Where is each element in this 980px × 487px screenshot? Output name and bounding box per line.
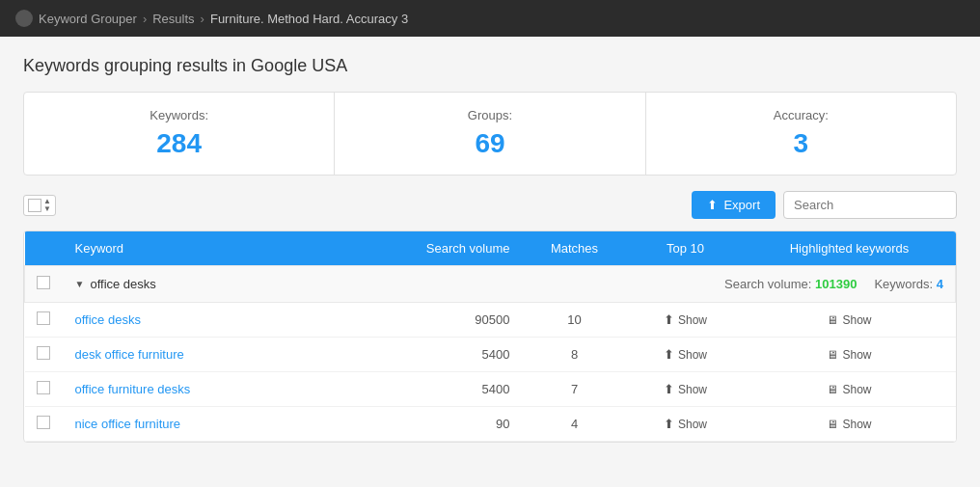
row-volume: 5400: [396, 372, 522, 407]
row-hl-show-btn[interactable]: 🖥 Show: [827, 313, 871, 327]
screen-icon: 🖥: [827, 383, 838, 396]
row-hl-show-label: Show: [842, 383, 871, 396]
group-sv-value: 101390: [815, 277, 857, 291]
row-checkbox-cell[interactable]: [25, 372, 64, 407]
group-checkbox-cell[interactable]: [25, 266, 64, 303]
stat-keywords-value: 284: [24, 128, 334, 159]
screen-icon: 🖥: [827, 348, 838, 362]
row-volume: 90500: [396, 303, 522, 338]
row-top10-cell: ⬆ Show: [628, 407, 744, 442]
row-checkbox[interactable]: [37, 311, 50, 325]
row-keyword-cell: office furniture desks: [64, 372, 396, 407]
page-title: Keywords grouping results in Google USA: [23, 56, 957, 76]
table-header: Keyword Search volume Matches Top 10 Hig…: [25, 231, 956, 266]
group-row: ▼ office desks Search volume: 101390 Key…: [25, 266, 956, 303]
row-keyword-link[interactable]: desk office furniture: [75, 347, 184, 362]
row-top10-show-label: Show: [678, 418, 707, 431]
row-top10-show-label: Show: [678, 383, 707, 396]
row-keyword-cell: office desks: [64, 303, 396, 338]
select-all-checkbox[interactable]: ▲ ▼: [23, 195, 56, 216]
stat-accuracy-label: Accuracy:: [646, 108, 956, 122]
upload-icon: ⬆: [664, 312, 674, 327]
breadcrumb-sep-1: ›: [143, 12, 147, 26]
results-table: Keyword Search volume Matches Top 10 Hig…: [24, 231, 956, 442]
row-top10-show-label: Show: [678, 313, 707, 327]
row-top10-show-btn[interactable]: ⬆ Show: [664, 312, 707, 327]
row-hl-cell: 🖥 Show: [744, 303, 956, 338]
group-checkbox[interactable]: [37, 276, 50, 289]
brand-dot: [15, 10, 33, 27]
upload-icon: ⬆: [664, 382, 674, 396]
row-checkbox[interactable]: [37, 381, 50, 394]
group-sv-label: Search volume:: [724, 277, 811, 291]
row-volume: 90: [396, 407, 522, 442]
th-highlighted: Highlighted keywords: [744, 231, 956, 266]
table-row: office desks 90500 10 ⬆ Show 🖥 Show: [25, 303, 956, 338]
screen-icon: 🖥: [827, 418, 838, 431]
th-matches: Matches: [522, 231, 628, 266]
row-keyword-cell: desk office furniture: [64, 338, 396, 372]
row-hl-show-label: Show: [842, 418, 871, 431]
row-top10-show-btn[interactable]: ⬆ Show: [664, 417, 707, 431]
row-matches: 10: [522, 303, 628, 338]
row-hl-show-btn[interactable]: 🖥 Show: [827, 383, 871, 396]
toolbar-right: ⬆ Export: [692, 191, 957, 219]
th-keyword: Keyword: [64, 231, 396, 266]
group-kw-label: Keywords:: [874, 277, 933, 291]
upload-icon: ⬆: [664, 347, 674, 362]
table-row: nice office furniture 90 4 ⬆ Show 🖥 Show: [25, 407, 956, 442]
row-top10-cell: ⬆ Show: [628, 372, 744, 407]
stats-panel: Keywords: 284 Groups: 69 Accuracy: 3: [23, 92, 957, 176]
export-label: Export: [723, 198, 760, 212]
export-button[interactable]: ⬆ Export: [692, 191, 776, 219]
group-name-cell: ▼ office desks: [64, 266, 522, 303]
breadcrumb-results[interactable]: Results: [152, 12, 194, 26]
stat-accuracy-value: 3: [646, 128, 956, 159]
row-checkbox-cell[interactable]: [25, 303, 64, 338]
row-checkbox-cell[interactable]: [25, 338, 64, 372]
row-keyword-link[interactable]: office desks: [75, 312, 141, 327]
th-checkbox: [25, 231, 64, 266]
breadcrumb-current: Furniture. Method Hard. Accuracy 3: [210, 12, 408, 26]
main-content: Keywords grouping results in Google USA …: [0, 37, 980, 462]
breadcrumb-bar: Keyword Grouper › Results › Furniture. M…: [0, 0, 980, 37]
row-hl-show-btn[interactable]: 🖥 Show: [827, 418, 871, 431]
search-input[interactable]: [783, 191, 957, 219]
screen-icon: 🖥: [827, 313, 838, 327]
group-collapse-arrow[interactable]: ▼: [75, 279, 85, 289]
stat-accuracy: Accuracy: 3: [645, 93, 956, 175]
row-matches: 4: [522, 407, 628, 442]
toolbar-left: ▲ ▼: [23, 195, 56, 216]
row-matches: 7: [522, 372, 628, 407]
stat-keywords: Keywords: 284: [24, 93, 334, 175]
table-row: office furniture desks 5400 7 ⬆ Show 🖥 S: [25, 372, 956, 407]
row-checkbox-cell[interactable]: [25, 407, 64, 442]
th-search-volume: Search volume: [396, 231, 522, 266]
table-row: desk office furniture 5400 8 ⬆ Show 🖥 Sh: [25, 338, 956, 372]
group-name-label: office desks: [90, 277, 155, 291]
row-top10-cell: ⬆ Show: [628, 338, 744, 372]
row-top10-show-btn[interactable]: ⬆ Show: [664, 382, 707, 396]
checkbox-arrows: ▲ ▼: [43, 198, 51, 213]
export-icon: ⬆: [707, 198, 718, 212]
checkbox-box: [28, 199, 41, 212]
row-matches: 8: [522, 338, 628, 372]
row-volume: 5400: [396, 338, 522, 372]
row-hl-show-label: Show: [842, 348, 871, 362]
stat-groups: Groups: 69: [334, 93, 644, 175]
row-top10-show-btn[interactable]: ⬆ Show: [664, 347, 707, 362]
row-top10-cell: ⬆ Show: [628, 303, 744, 338]
upload-icon: ⬆: [664, 417, 674, 431]
breadcrumb-sep-2: ›: [201, 12, 204, 26]
row-hl-cell: 🖥 Show: [744, 338, 956, 372]
group-meta-cell: Search volume: 101390 Keywords: 4: [522, 266, 956, 303]
row-hl-show-btn[interactable]: 🖥 Show: [827, 348, 871, 362]
breadcrumb-keyword-grouper[interactable]: Keyword Grouper: [39, 12, 137, 26]
row-checkbox[interactable]: [37, 346, 50, 360]
row-keyword-link[interactable]: nice office furniture: [75, 417, 181, 431]
row-top10-show-label: Show: [678, 348, 707, 362]
th-top10: Top 10: [628, 231, 744, 266]
stat-groups-label: Groups:: [335, 108, 644, 122]
row-checkbox[interactable]: [37, 416, 50, 429]
row-keyword-link[interactable]: office furniture desks: [75, 382, 191, 396]
